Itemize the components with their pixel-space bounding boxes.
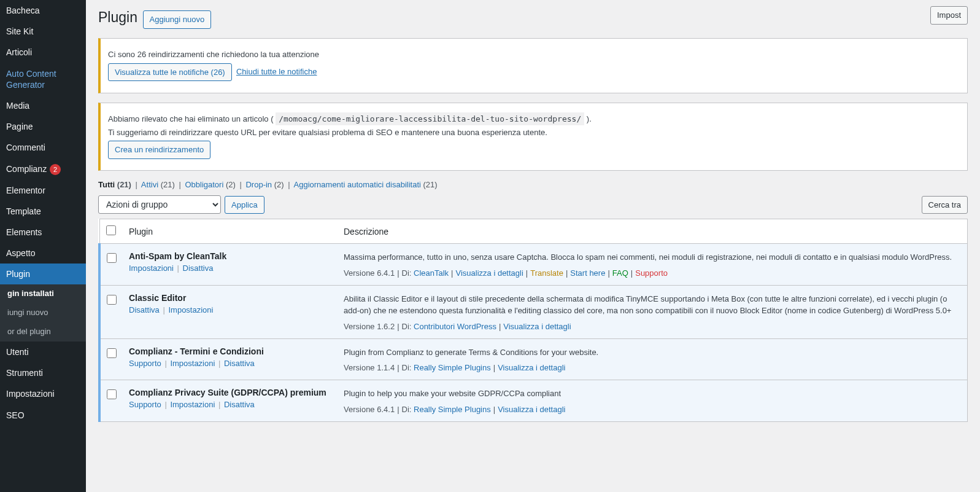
meta-link[interactable]: Visualizza i dettagli <box>498 405 565 414</box>
sidebar-item[interactable]: SEO <box>0 405 86 426</box>
plugin-description: Plugin from Complianz to generate Terms … <box>344 346 961 359</box>
plugin-meta: Versione 1.1.4|Di: Really Simple Plugins… <box>344 363 961 372</box>
filter-active[interactable]: Attivi (21) <box>141 180 175 189</box>
filter-dropin[interactable]: Drop-in (2) <box>245 180 284 189</box>
action-link[interactable]: Disattiva <box>224 400 255 409</box>
meta-link[interactable]: Visualizza i dettagli <box>503 322 571 331</box>
row-actions: Supporto | Impostazioni | Disattiva <box>129 400 331 409</box>
page-title: Plugin <box>98 9 137 26</box>
plugins-table: Plugin Descrizione Anti-Spam by CleanTal… <box>98 219 968 422</box>
column-description: Descrizione <box>338 219 968 244</box>
table-row: Anti-Spam by CleanTalkImpostazioni | Dis… <box>99 244 968 286</box>
action-link[interactable]: Supporto <box>129 359 161 368</box>
filter-links: Tutti (21) | Attivi (21) | Obbligatori (… <box>98 180 968 189</box>
sidebar-item[interactable]: Aspetto <box>0 243 86 264</box>
author-link[interactable]: CleanTalk <box>414 268 449 278</box>
plugin-meta: Versione 6.4.1|Di: Really Simple Plugins… <box>344 405 961 414</box>
row-checkbox[interactable] <box>107 295 117 305</box>
sidebar-item[interactable]: Commenti <box>0 137 86 158</box>
notice-deleted-article: Abbiamo rilevato che hai eliminato un ar… <box>98 103 968 171</box>
action-link[interactable]: Impostazioni <box>129 264 174 273</box>
action-link[interactable]: Impostazioni <box>168 305 213 314</box>
row-checkbox[interactable] <box>107 389 117 399</box>
meta-link[interactable]: Supporto <box>635 268 668 278</box>
meta-link[interactable]: FAQ <box>612 268 628 278</box>
notice-text: Abbiamo rilevato che hai eliminato un ar… <box>108 114 960 123</box>
plugin-name: Complianz - Termini e Condizioni <box>129 346 331 356</box>
sidebar-item[interactable]: Impostazioni <box>0 383 86 404</box>
main-content: Impost Plugin Aggiungi nuovo Ci sono 26 … <box>86 0 980 492</box>
action-link[interactable]: Supporto <box>129 400 161 409</box>
sidebar-item[interactable]: Bacheca <box>0 0 86 21</box>
filter-all[interactable]: Tutti (21) <box>98 180 131 189</box>
row-checkbox[interactable] <box>107 253 117 263</box>
sidebar-subitem[interactable]: iungi nuovo <box>0 303 86 322</box>
plugin-meta: Versione 6.4.1|Di: CleanTalk|Visualizza … <box>344 268 961 278</box>
meta-link[interactable]: Start here <box>570 268 605 278</box>
create-redirect-button[interactable]: Crea un reindirizzamento <box>108 141 210 159</box>
sidebar-item[interactable]: Auto Content Generator <box>0 63 86 95</box>
action-link[interactable]: Disattiva <box>183 264 214 273</box>
plugin-description: Abilita il Classic Editor e il layout di… <box>344 293 961 317</box>
badge: 2 <box>50 164 61 175</box>
sidebar-item[interactable]: Template <box>0 201 86 222</box>
row-actions: Disattiva | Impostazioni <box>129 305 331 314</box>
select-all-checkbox[interactable] <box>106 225 116 235</box>
plugin-name: Complianz Privacy Suite (GDPR/CCPA) prem… <box>129 388 331 397</box>
plugin-name: Anti-Spam by CleanTalk <box>129 251 331 261</box>
sidebar-subitem[interactable]: gin installati <box>0 284 86 303</box>
plugin-name: Classic Editor <box>129 293 331 303</box>
row-checkbox[interactable] <box>107 348 117 358</box>
row-actions: Impostazioni | Disattiva <box>129 264 331 273</box>
plugin-meta: Versione 1.6.2|Di: Contributori WordPres… <box>344 322 961 331</box>
sidebar-item[interactable]: Site Kit <box>0 21 86 42</box>
notice-redirects: Ci sono 26 reindirizzamenti che richiedo… <box>98 38 968 93</box>
plugin-description: Plugin to help you make your website GDP… <box>344 388 961 400</box>
add-new-button[interactable]: Aggiungi nuovo <box>143 10 212 29</box>
close-all-notices-link[interactable]: Chiudi tutte le notifiche <box>236 67 317 76</box>
meta-link[interactable]: Visualizza i dettagli <box>456 268 523 278</box>
view-all-notices-button[interactable]: Visualizza tutte le notifiche (26) <box>108 63 232 82</box>
bulk-action-select[interactable]: Azioni di gruppo <box>98 195 221 214</box>
sidebar-item[interactable]: Pagine <box>0 116 86 137</box>
table-row: Classic EditorDisattiva | ImpostazioniAb… <box>99 285 968 338</box>
search-plugins-button[interactable]: Cerca tra <box>922 196 968 214</box>
admin-sidebar: BachecaSite KitArticoliAuto Content Gene… <box>0 0 86 492</box>
notice-text: Ci sono 26 reindirizzamenti che richiedo… <box>108 50 960 59</box>
sidebar-item[interactable]: Media <box>0 95 86 116</box>
notice-text: Ti suggeriamo di reindirizzare questo UR… <box>108 128 960 137</box>
action-link[interactable]: Disattiva <box>129 305 160 314</box>
sidebar-item[interactable]: Elementor <box>0 180 86 201</box>
apply-button[interactable]: Applica <box>225 196 264 214</box>
table-row: Complianz Privacy Suite (GDPR/CCPA) prem… <box>99 380 968 422</box>
filter-mustuse[interactable]: Obbligatori (2) <box>185 180 235 189</box>
sidebar-item[interactable]: Strumenti <box>0 362 86 383</box>
filter-auto-disabled[interactable]: Aggiornamenti automatici disabilitati (2… <box>294 180 438 189</box>
table-row: Complianz - Termini e CondizioniSupporto… <box>99 338 968 380</box>
action-link[interactable]: Disattiva <box>224 359 255 368</box>
screen-options-button[interactable]: Impost <box>930 6 968 25</box>
deleted-url-code: /momoacg/come-migliorare-laccessibilita-… <box>276 112 584 125</box>
sidebar-item[interactable]: Plugin <box>0 264 86 284</box>
author-link[interactable]: Really Simple Plugins <box>414 405 491 414</box>
sidebar-item[interactable]: Utenti <box>0 342 86 362</box>
column-plugin: Plugin <box>123 219 338 244</box>
action-link[interactable]: Impostazioni <box>170 400 215 409</box>
action-link[interactable]: Impostazioni <box>170 359 215 368</box>
meta-link[interactable]: Visualizza i dettagli <box>498 363 565 372</box>
meta-link[interactable]: Translate <box>530 268 563 278</box>
row-actions: Supporto | Impostazioni | Disattiva <box>129 359 331 368</box>
sidebar-item[interactable]: Complianz2 <box>0 158 86 180</box>
author-link[interactable]: Contributori WordPress <box>414 322 496 331</box>
author-link[interactable]: Really Simple Plugins <box>414 363 491 372</box>
plugin-description: Massima performance, tutto in uno, senza… <box>344 251 961 264</box>
sidebar-subitem[interactable]: or del plugin <box>0 322 86 342</box>
sidebar-item[interactable]: Elements <box>0 222 86 243</box>
sidebar-item[interactable]: Articoli <box>0 42 86 63</box>
